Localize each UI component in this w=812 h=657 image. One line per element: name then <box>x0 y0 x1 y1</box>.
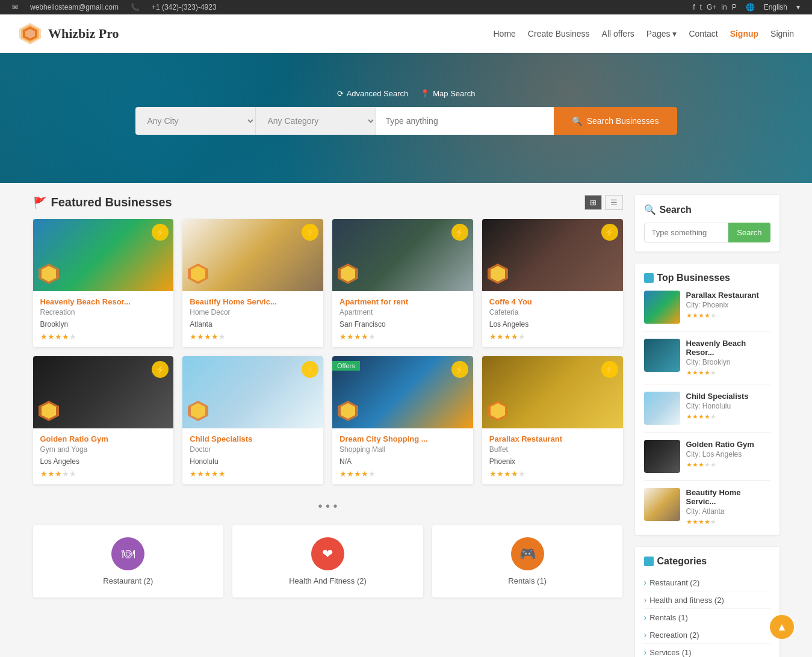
business-card[interactable]: ⚡ Coffe 4 You Cafeteria Los Angeles ★★★★… <box>482 219 623 347</box>
category-recreation[interactable]: Recreation (2) <box>644 626 770 644</box>
language-dropdown-icon[interactable]: ▾ <box>796 3 800 11</box>
sidebar-search-button[interactable]: Search <box>728 223 770 242</box>
logo-icon <box>18 22 42 46</box>
top-biz-rating: ★★★★★ <box>686 369 770 377</box>
business-card[interactable]: ⚡ Heavenly Beach Resor... Recreation Bro… <box>33 219 174 347</box>
top-bar-contact: ✉ webheliosteam@gmail.com 📞 +1 (342)-(32… <box>12 3 217 11</box>
top-bar: ✉ webheliosteam@gmail.com 📞 +1 (342)-(32… <box>0 0 812 14</box>
map-search-option[interactable]: 📍 Map Search <box>420 89 475 98</box>
top-biz-image <box>644 392 680 425</box>
grid-view-button[interactable]: ⊞ <box>584 195 602 210</box>
card-name: Coffe 4 You <box>489 297 616 306</box>
card-name: Apartment for rent <box>339 297 466 306</box>
categories-list: Restaurant (2) Health and fitness (2) Re… <box>644 574 770 657</box>
logo[interactable]: Whizbiz Pro <box>18 22 119 46</box>
search-bar: Any City Any Category 🔍 Search Businesse… <box>135 107 677 135</box>
card-category: Buffet <box>489 445 616 454</box>
top-business-item[interactable]: Beautify Home Servic... City: Atlanta ★★… <box>644 488 770 526</box>
top-business-item[interactable]: Parallax Restaurant City: Phoenix ★★★★★ <box>644 291 770 332</box>
top-biz-info: Golden Ratio Gym City: Los Angeles ★★★★★ <box>686 440 770 473</box>
top-biz-image <box>644 339 680 372</box>
phone-number: +1 (342)-(323)-4923 <box>152 3 217 11</box>
list-view-button[interactable]: ☰ <box>605 195 623 210</box>
category-select[interactable]: Any Category <box>256 107 376 135</box>
category-rentals[interactable]: Rentals (1) <box>644 609 770 626</box>
nav-pages[interactable]: Pages ▾ <box>646 29 677 39</box>
card-location: Honolulu <box>190 457 316 466</box>
city-select[interactable]: Any City <box>135 107 256 135</box>
business-card[interactable]: ⚡ Child Specialists Doctor Honolulu ★★★★… <box>182 356 323 484</box>
offers-badge: Offers <box>332 361 360 371</box>
card-body: Apartment for rent Apartment San Francis… <box>332 291 473 347</box>
business-card[interactable]: ⚡ Parallax Restaurant Buffet Phoenix ★★★… <box>482 356 623 484</box>
top-biz-city: City: Atlanta <box>686 507 770 516</box>
category-services[interactable]: Services (1) <box>644 644 770 657</box>
top-biz-city: City: Brooklyn <box>686 358 770 366</box>
googleplus-icon[interactable]: G+ <box>707 3 716 11</box>
card-category: Gym and Yoga <box>40 445 167 454</box>
scroll-top-button[interactable]: ▲ <box>770 615 794 639</box>
nav-create-business[interactable]: Create Business <box>528 29 590 39</box>
business-card[interactable]: ⚡ Beautify Home Servic... Home Decor Atl… <box>182 219 323 347</box>
card-name: Heavenly Beach Resor... <box>40 297 167 306</box>
twitter-icon[interactable]: t <box>700 3 702 11</box>
card-body: Golden Ratio Gym Gym and Yoga Los Angele… <box>33 428 174 484</box>
nav-contact[interactable]: Contact <box>689 29 717 39</box>
nav-signin[interactable]: Signin <box>770 29 794 39</box>
top-biz-info: Beautify Home Servic... City: Atlanta ★★… <box>686 488 770 526</box>
search-btn-icon: 🔍 <box>572 116 582 126</box>
category-rentals-card[interactable]: 🎮 Rentals (1) <box>432 525 623 597</box>
business-card[interactable]: Offers ⚡ Dream City Shopping ... Shoppin… <box>332 356 473 484</box>
card-logo <box>38 400 60 424</box>
nav-all-offers[interactable]: All offers <box>602 29 634 39</box>
search-businesses-button[interactable]: 🔍 Search Businesses <box>554 107 677 135</box>
category-restaurant-card[interactable]: 🍽 Restaurant (2) <box>33 525 224 597</box>
card-image: ⚡ <box>33 219 174 291</box>
advanced-search-icon: ⟳ <box>337 89 344 98</box>
card-location: Atlanta <box>190 320 316 328</box>
featured-badge: ⚡ <box>601 224 618 241</box>
card-location: N/A <box>339 457 466 466</box>
card-rating: ★★★★★ <box>489 332 616 341</box>
business-card[interactable]: ⚡ Apartment for rent Apartment San Franc… <box>332 219 473 347</box>
main-nav: Home Create Business All offers Pages ▾ … <box>494 29 795 39</box>
email-icon: ✉ <box>12 3 18 11</box>
fitness-label: Health And Fitness (2) <box>244 576 411 585</box>
card-category: Apartment <box>339 308 466 316</box>
categories-title: Categories <box>644 556 770 567</box>
facebook-icon[interactable]: f <box>693 3 695 11</box>
card-logo <box>337 263 359 286</box>
category-health-fitness[interactable]: Health and fitness (2) <box>644 591 770 609</box>
social-icons: f t G+ in P <box>693 3 736 11</box>
top-businesses-title-text: Top Businesses <box>657 273 731 283</box>
linkedin-icon[interactable]: in <box>721 3 727 11</box>
card-category: Home Decor <box>190 308 316 316</box>
content-left: 🚩 Featured Businesses ⊞ ☰ ⚡ <box>33 195 623 657</box>
language-selector[interactable]: English <box>764 3 787 11</box>
top-biz-city: City: Los Angeles <box>686 450 770 458</box>
pinterest-icon[interactable]: P <box>732 3 737 11</box>
card-logo <box>487 400 509 424</box>
nav-signup[interactable]: Signup <box>730 29 758 39</box>
top-business-item[interactable]: Child Specialists City: Honolulu ★★★★★ <box>644 392 770 433</box>
category-restaurant[interactable]: Restaurant (2) <box>644 574 770 591</box>
advanced-search-option[interactable]: ⟳ Advanced Search <box>337 89 409 98</box>
category-fitness-card[interactable]: ❤ Health And Fitness (2) <box>232 525 423 597</box>
main-content: 🚩 Featured Businesses ⊞ ☰ ⚡ <box>15 183 798 657</box>
card-location: Phoenix <box>489 457 616 466</box>
top-business-item[interactable]: Golden Ratio Gym City: Los Angeles ★★★★★ <box>644 440 770 481</box>
search-btn-label: Search Businesses <box>587 116 659 126</box>
business-card[interactable]: ⚡ Golden Ratio Gym Gym and Yoga Los Ange… <box>33 356 174 484</box>
card-location: San Francisco <box>339 320 466 328</box>
rentals-label: Rentals (1) <box>444 576 611 585</box>
globe-icon: 🌐 <box>746 3 755 11</box>
card-name: Child Specialists <box>190 434 316 443</box>
search-input[interactable] <box>376 107 554 135</box>
card-image: ⚡ <box>33 356 174 428</box>
top-biz-name: Heavenly Beach Resor... <box>686 339 770 357</box>
top-business-item[interactable]: Heavenly Beach Resor... City: Brooklyn ★… <box>644 339 770 384</box>
nav-home[interactable]: Home <box>494 29 516 39</box>
top-biz-info: Heavenly Beach Resor... City: Brooklyn ★… <box>686 339 770 377</box>
sidebar-search-input[interactable] <box>644 223 729 242</box>
top-businesses-title: Top Businesses <box>644 273 770 283</box>
